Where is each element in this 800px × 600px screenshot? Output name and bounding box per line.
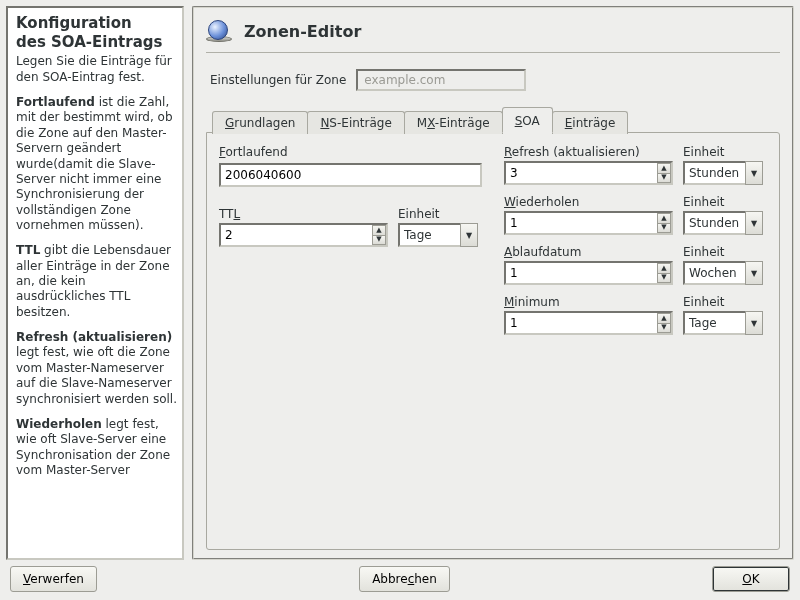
- help-scroll-area[interactable]: Konfiguration des SOA-Eintrags Legen Sie…: [8, 8, 182, 558]
- abbrechen-button[interactable]: Abbrechen: [359, 566, 450, 592]
- ablaufdatum-label: Ablaufdatum: [504, 245, 673, 259]
- ablaufdatum-unit-dropdown-icon[interactable]: ▼: [745, 261, 763, 285]
- help-para-wiederholen: Wiederholen legt fest, wie oft Slave-Ser…: [16, 417, 178, 478]
- ttl-unit-value: Tage: [398, 223, 460, 247]
- wiederholen-unit-combo[interactable]: Stunden ▼: [683, 211, 763, 235]
- tab-label-3: OA: [522, 114, 539, 128]
- fortlaufend-input[interactable]: [219, 163, 482, 187]
- ablaufdatum-spin-down[interactable]: ▼: [657, 274, 671, 284]
- ttl-unit-combo[interactable]: Tage ▼: [398, 223, 478, 247]
- help-para-fortlaufend: Fortlaufend ist die Zahl, mit der bestim…: [16, 95, 178, 233]
- refresh-spin-down[interactable]: ▼: [657, 174, 671, 184]
- ttl-spin-up[interactable]: ▲: [372, 225, 386, 236]
- ablaufdatum-spin-up[interactable]: ▲: [657, 263, 671, 274]
- wiederholen-unit-dropdown-icon[interactable]: ▼: [745, 211, 763, 235]
- ttl-input[interactable]: [219, 223, 388, 247]
- ttl-unit-dropdown-icon[interactable]: ▼: [460, 223, 478, 247]
- tab-ns-eintraege[interactable]: NS-Einträge: [307, 111, 404, 134]
- refresh-unit-combo[interactable]: Stunden ▼: [683, 161, 763, 185]
- tab-grundlagen[interactable]: Grundlagen: [212, 111, 308, 134]
- editor-title: Zonen-Editor: [244, 22, 361, 41]
- wiederholen-label: Wiederholen: [504, 195, 673, 209]
- refresh-label: Refresh (aktualisieren): [504, 145, 673, 159]
- help-para-refresh: Refresh (aktualisieren) legt fest, wie o…: [16, 330, 178, 407]
- minimum-unit-value: Tage: [683, 311, 745, 335]
- tab-label-1: S-Einträge: [329, 116, 391, 130]
- tab-label-2: M: [417, 116, 427, 130]
- fortlaufend-label: Fortlaufend: [219, 145, 482, 159]
- ok-button[interactable]: OK: [712, 566, 790, 592]
- editor-panel: Zonen-Editor Einstellungen für Zone Grun…: [192, 6, 794, 560]
- ttl-unit-label: Einheit: [398, 207, 482, 221]
- tab-row: Grundlagen NS-Einträge MX-Einträge SOA E…: [206, 107, 780, 133]
- tab-label-4: inträge: [572, 116, 615, 130]
- soa-right-column: Refresh (aktualisieren) ▲ ▼: [504, 143, 767, 335]
- minimum-input[interactable]: [504, 311, 673, 335]
- help-text-fortlaufend: ist die Zahl, mit der bestimmt wird, ob …: [16, 95, 173, 232]
- tab-page-soa: Fortlaufend TTL ▲ ▼: [206, 132, 780, 550]
- refresh-unit-dropdown-icon[interactable]: ▼: [745, 161, 763, 185]
- tab-label-0: rundlagen: [234, 116, 295, 130]
- soa-left-column: Fortlaufend TTL ▲ ▼: [219, 143, 482, 335]
- zone-settings-label: Einstellungen für Zone: [210, 73, 346, 87]
- verwerfen-button[interactable]: Verwerfen: [10, 566, 97, 592]
- wiederholen-unit-value: Stunden: [683, 211, 745, 235]
- globe-icon: [206, 20, 234, 42]
- minimum-unit-combo[interactable]: Tage ▼: [683, 311, 763, 335]
- help-title: Konfiguration des SOA-Eintrags: [16, 14, 178, 52]
- help-title-line1: Konfiguration: [16, 14, 132, 32]
- refresh-input[interactable]: [504, 161, 673, 185]
- minimum-spin-up[interactable]: ▲: [657, 313, 671, 324]
- ablaufdatum-unit-value: Wochen: [683, 261, 745, 285]
- help-bold-ttl: TTL: [16, 243, 40, 257]
- bottom-button-bar: Verwerfen Abbrechen OK: [0, 560, 800, 600]
- editor-header: Zonen-Editor: [206, 16, 780, 53]
- help-bold-fortlaufend: Fortlaufend: [16, 95, 95, 109]
- tab-eintraege[interactable]: Einträge: [552, 111, 629, 134]
- help-bold-wiederholen: Wiederholen: [16, 417, 102, 431]
- wiederholen-spin-down[interactable]: ▼: [657, 224, 671, 234]
- help-text-ttl: gibt die Lebensdauer aller Einträge in d…: [16, 243, 171, 318]
- refresh-unit-label: Einheit: [683, 145, 767, 159]
- help-bold-refresh: Refresh (aktualisieren): [16, 330, 172, 344]
- help-pane: Konfiguration des SOA-Eintrags Legen Sie…: [6, 6, 184, 560]
- help-text-refresh: legt fest, wie oft die Zone vom Master-N…: [16, 345, 177, 405]
- ablaufdatum-unit-label: Einheit: [683, 245, 767, 259]
- ablaufdatum-unit-combo[interactable]: Wochen ▼: [683, 261, 763, 285]
- refresh-spin-up[interactable]: ▲: [657, 163, 671, 174]
- help-title-line2: des SOA-Eintrags: [16, 33, 162, 51]
- minimum-spin-down[interactable]: ▼: [657, 324, 671, 334]
- ablaufdatum-input[interactable]: [504, 261, 673, 285]
- zone-name-field: [356, 69, 526, 91]
- help-para-ttl: TTL gibt die Lebensdauer aller Einträge …: [16, 243, 178, 320]
- ttl-spin-down[interactable]: ▼: [372, 236, 386, 246]
- wiederholen-input[interactable]: [504, 211, 673, 235]
- help-intro: Legen Sie die Einträge für den SOA-Eintr…: [16, 54, 178, 85]
- tab-soa[interactable]: SOA: [502, 107, 553, 133]
- zone-settings-row: Einstellungen für Zone: [206, 59, 780, 107]
- minimum-unit-label: Einheit: [683, 295, 767, 309]
- wiederholen-unit-label: Einheit: [683, 195, 767, 209]
- minimum-unit-dropdown-icon[interactable]: ▼: [745, 311, 763, 335]
- ttl-label: TTL: [219, 207, 388, 221]
- wiederholen-spin-up[interactable]: ▲: [657, 213, 671, 224]
- tab-mx-eintraege[interactable]: MX-Einträge: [404, 111, 503, 134]
- minimum-label: Minimum: [504, 295, 673, 309]
- refresh-unit-value: Stunden: [683, 161, 745, 185]
